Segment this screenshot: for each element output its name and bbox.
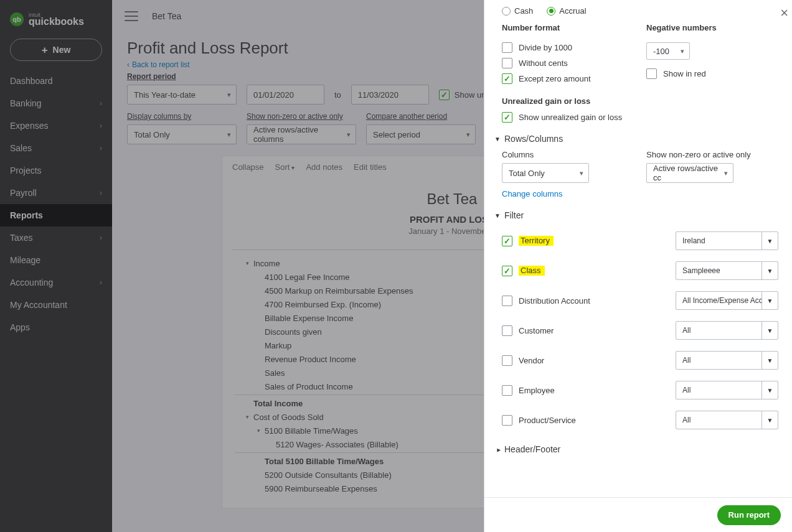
filter-checkbox[interactable] [502,385,512,396]
account-name: Total Income [253,399,303,408]
menu-icon[interactable] [125,11,138,21]
filter-checkbox[interactable] [502,355,512,366]
div1000-checkbox[interactable] [502,42,512,53]
account-name: 4700 Reimbursed Exp. (Income) [265,300,381,309]
nav-item-apps[interactable]: Apps [0,316,112,338]
change-columns-link[interactable]: Change columns [502,189,563,198]
filter-checkbox[interactable] [502,296,512,306]
report-period-select[interactable]: This Year-to-date [127,85,237,105]
filter-item-product-service: Product/ServiceAll▼ [502,411,778,429]
chevron-down-icon: ▼ [761,262,778,279]
date-to-input[interactable]: 11/03/2020 [351,85,429,105]
showred-label: Show in red [663,69,706,78]
nav-item-label: Accounting [10,278,53,287]
nonzero-panel-label: Show non-zero or active only [646,150,778,159]
nav-item-sales[interactable]: Sales› [0,137,112,159]
div1000-label: Divide by 1000 [519,43,572,52]
show-unrealized-checkbox[interactable] [439,90,450,100]
date-from-input[interactable]: 01/01/2020 [247,85,324,105]
nav-item-mileage[interactable]: Mileage [0,249,112,271]
account-name: 4500 Markup on Reimbursable Expenses [265,286,413,296]
nav-item-expenses[interactable]: Expenses› [0,114,112,137]
brand: qb intuit quickbooks [0,6,112,35]
neg-select[interactable]: -100 [646,42,690,60]
expand-icon: ▾ [246,414,252,420]
account-name: 5100 Billable Time/Wages [265,426,358,436]
cols-select[interactable]: Total Only [502,163,589,183]
nav-item-label: Expenses [10,121,48,131]
nav: DashboardBanking›Expenses›Sales›Projects… [0,70,112,338]
new-button[interactable]: + New [10,39,102,61]
nav-item-dashboard[interactable]: Dashboard [0,70,112,92]
nav-item-label: Reports [10,210,43,220]
accrual-radio[interactable]: Accrual [547,6,586,16]
compare-label: Compare another period [366,112,476,121]
nav-item-label: Projects [10,166,42,175]
nav-item-my-accountant[interactable]: My Accountant [0,294,112,316]
nav-item-label: Banking [10,98,42,108]
show-unreal-checkbox[interactable] [502,112,512,123]
chevron-right-icon: › [100,121,102,130]
exceptzero-checkbox[interactable] [502,73,512,84]
chevron-down-icon: ▼ [761,381,778,399]
filter-checkbox[interactable] [502,415,512,426]
account-name: Markup [265,341,291,350]
topbar-company: Bet Tea [152,11,181,21]
cols-label: Columns [502,150,634,159]
account-name: Total 5100 Billable Time/Wages [265,457,384,466]
filter-select[interactable]: All▼ [676,351,778,370]
compare-select[interactable]: Select period [366,124,476,144]
rowscols-header[interactable]: ▼Rows/Columns [494,134,778,144]
headerfooter-header[interactable]: ▼Header/Footer [494,444,778,454]
filter-label: Class [519,266,545,276]
brand-name: quickbooks [29,17,84,26]
close-icon[interactable]: × [780,5,788,21]
nocents-label: Without cents [519,58,568,68]
filter-checkbox[interactable] [502,266,512,276]
collapse-link[interactable]: Collapse [232,162,264,172]
account-name: Cost of Goods Sold [253,413,324,422]
panel-scroll[interactable]: Cash Accrual Number format Divide by 100… [484,0,792,497]
sort-link[interactable]: Sort [275,162,295,172]
add-notes-link[interactable]: Add notes [306,162,342,172]
nav-item-label: Mileage [10,255,40,265]
nonzero-select[interactable]: Active rows/active columns [247,124,356,144]
filter-select[interactable]: All▼ [676,381,778,399]
showred-checkbox[interactable] [646,68,657,79]
display-columns-select[interactable]: Total Only [127,124,237,144]
account-name: Sales [265,368,285,378]
filter-label: Vendor [519,356,544,365]
nav-item-projects[interactable]: Projects [0,159,112,182]
new-button-label: New [53,45,71,55]
chevron-right-icon: › [100,233,102,242]
filter-checkbox[interactable] [502,236,512,246]
edit-titles-link[interactable]: Edit titles [354,162,387,172]
nav-item-payroll[interactable]: Payroll› [0,182,112,204]
nocents-checkbox[interactable] [502,58,512,68]
chevron-down-icon: ▼ [494,212,502,219]
nonzero-panel-select[interactable]: Active rows/active cc [646,163,733,183]
nav-item-banking[interactable]: Banking› [0,92,112,114]
filter-select[interactable]: All▼ [676,321,778,340]
exceptzero-label: Except zero amount [519,74,591,83]
nav-item-taxes[interactable]: Taxes› [0,226,112,249]
run-report-button[interactable]: Run report [717,505,781,525]
nav-item-label: My Accountant [10,300,67,310]
filter-checkbox[interactable] [502,325,512,336]
expand-icon: ▾ [246,260,252,266]
display-columns-label: Display columns by [127,112,237,121]
filter-header[interactable]: ▼Filter [494,210,778,220]
neg-title: Negative numbers [646,23,778,32]
cash-radio[interactable]: Cash [502,6,533,16]
chevron-down-icon: ▼ [761,411,778,429]
filter-select[interactable]: All▼ [676,411,778,429]
filter-item-employee: EmployeeAll▼ [502,381,778,399]
filter-select[interactable]: All Income/Expense Acc▼ [676,291,778,310]
nav-item-accounting[interactable]: Accounting› [0,271,112,294]
filter-select[interactable]: Sampleeee▼ [676,261,778,280]
filter-select[interactable]: Ireland▼ [676,231,778,250]
account-name: Discounts given [265,327,322,337]
chevron-right-icon: › [100,278,102,287]
filter-list: TerritoryIreland▼ClassSampleeee▼Distribu… [502,231,778,429]
nav-item-reports[interactable]: Reports [0,204,112,226]
